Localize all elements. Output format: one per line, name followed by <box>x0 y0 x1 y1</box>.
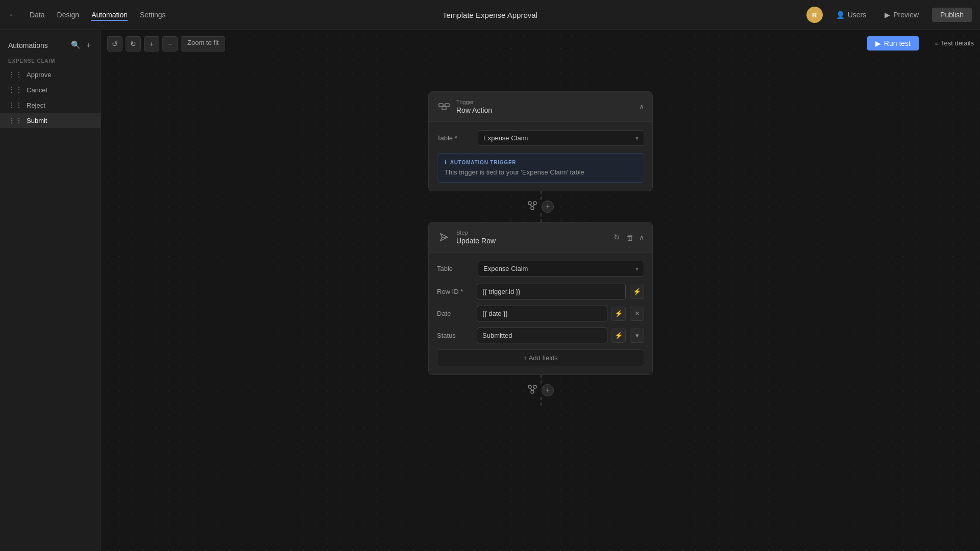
add-step-button-2[interactable]: ＋ <box>542 384 554 396</box>
branch-icon-2 <box>527 384 537 396</box>
trigger-label: Trigger <box>456 99 492 105</box>
trigger-info-text: This trigger is tied to your 'Expense Cl… <box>445 168 636 176</box>
top-nav: ← Data Design Automation Settings Templa… <box>0 0 980 30</box>
step-row-id-row: Row ID * {{ trigger.id }} ⚡ <box>437 284 644 299</box>
canvas-area: ↺ ↻ + − Zoom to fit ▶ Run test ≡ Test de… <box>101 30 980 551</box>
step-subtitle: Update Row <box>456 237 496 245</box>
canvas-content: Trigger Row Action ∧ Table * Expense Cla… <box>101 30 980 551</box>
add-fields-button[interactable]: + Add fields <box>437 349 644 366</box>
step-table-select[interactable]: Expense Claim ▾ <box>478 261 644 277</box>
users-icon: 👤 <box>836 11 845 19</box>
trigger-card-body: Table * Expense Claim ▾ ℹ AUTOMATION TRI… <box>429 122 652 191</box>
zoom-out-button[interactable]: − <box>162 36 178 52</box>
svg-line-7 <box>530 205 532 207</box>
undo-button[interactable]: ↺ <box>107 36 122 52</box>
step-status-binding-button[interactable]: ⚡ <box>611 329 626 343</box>
avatar[interactable]: R <box>806 7 823 23</box>
svg-point-9 <box>528 385 531 388</box>
step-table-label: Table <box>437 265 478 272</box>
nav-automation[interactable]: Automation <box>91 9 128 21</box>
trigger-collapse-button[interactable]: ∧ <box>639 103 644 111</box>
svg-point-4 <box>528 202 531 205</box>
step-status-row: Status Submitted ⚡ ▾ <box>437 328 644 343</box>
svg-rect-0 <box>439 104 443 107</box>
approve-icon: ⋮⋮ <box>8 70 22 79</box>
step-status-dropdown-button[interactable]: ▾ <box>630 329 644 343</box>
svg-point-11 <box>531 390 534 393</box>
sidebar-item-approve[interactable]: ⋮⋮ Approve <box>0 67 101 82</box>
step-collapse-button[interactable]: ∧ <box>639 233 644 241</box>
back-button[interactable]: ← <box>8 10 17 20</box>
test-details-icon: ≡ <box>935 39 939 47</box>
step-date-input[interactable]: {{ date }} <box>477 306 607 321</box>
zoom-fit-button[interactable]: Zoom to fit <box>181 36 225 52</box>
step-refresh-button[interactable]: ↻ <box>612 232 621 243</box>
sidebar-item-submit[interactable]: ⋮⋮ Submit <box>0 113 101 128</box>
section-label: EXPENSE CLAIM <box>0 56 101 67</box>
svg-line-8 <box>532 205 535 207</box>
step-card-header: Step Update Row ↻ 🗑 ∧ <box>429 222 652 253</box>
sidebar: Automations 🔍 ＋ EXPENSE CLAIM ⋮⋮ Approve… <box>0 30 101 551</box>
step-status-label: Status <box>437 332 473 339</box>
test-details-button[interactable]: ≡ Test details <box>928 36 980 50</box>
connector-1-icons: ＋ <box>524 201 557 213</box>
step-row-id-input[interactable]: {{ trigger.id }} <box>477 284 626 299</box>
step-table-dropdown-icon: ▾ <box>635 265 639 272</box>
redo-button[interactable]: ↻ <box>126 36 141 52</box>
sidebar-icons: 🔍 ＋ <box>71 40 92 50</box>
search-icon[interactable]: 🔍 <box>71 40 81 50</box>
step-date-row: Date {{ date }} ⚡ ✕ <box>437 306 644 321</box>
step-delete-button[interactable]: 🗑 <box>625 232 635 243</box>
step-row-id-binding-button[interactable]: ⚡ <box>630 285 644 299</box>
reject-icon: ⋮⋮ <box>8 101 22 109</box>
nav-left: ← Data Design Automation Settings <box>8 9 166 21</box>
step-date-clear-button[interactable]: ✕ <box>630 307 644 321</box>
connector-2-icons: ＋ <box>524 384 557 396</box>
add-automation-icon[interactable]: ＋ <box>85 40 92 50</box>
svg-rect-1 <box>445 104 449 107</box>
info-icon: ℹ <box>445 160 447 165</box>
nav-data[interactable]: Data <box>30 9 45 21</box>
step-card-body: Table Expense Claim ▾ Row ID * {{ trigge… <box>429 253 652 374</box>
step-status-input[interactable]: Submitted <box>477 328 607 343</box>
nav-design[interactable]: Design <box>57 9 80 21</box>
users-button[interactable]: 👤 Users <box>831 8 872 22</box>
preview-icon: ▶ <box>885 11 890 19</box>
cancel-icon: ⋮⋮ <box>8 86 22 94</box>
step-label: Step <box>456 230 496 236</box>
trigger-subtitle: Row Action <box>456 106 492 114</box>
svg-rect-3 <box>442 107 446 110</box>
nav-settings[interactable]: Settings <box>140 9 166 21</box>
add-step-button-1[interactable]: ＋ <box>542 201 554 213</box>
branch-icon-1 <box>527 201 537 213</box>
preview-button[interactable]: ▶ Preview <box>879 8 924 22</box>
step-card-labels: Step Update Row <box>456 230 496 245</box>
svg-point-10 <box>533 385 536 388</box>
canvas-toolbar: ↺ ↻ + − Zoom to fit <box>107 36 225 52</box>
sidebar-item-reject[interactable]: ⋮⋮ Reject <box>0 97 101 113</box>
svg-line-12 <box>530 388 532 390</box>
app-title: Template Expense Approval <box>443 11 537 19</box>
sidebar-header: Automations 🔍 ＋ <box>0 36 101 56</box>
trigger-info-box: ℹ AUTOMATION TRIGGER This trigger is tie… <box>437 153 644 183</box>
step-date-binding-button[interactable]: ⚡ <box>611 307 626 321</box>
step-table-row: Table Expense Claim ▾ <box>437 261 644 277</box>
svg-point-6 <box>531 207 534 210</box>
step-icon <box>437 230 451 244</box>
nav-right: R 👤 Users ▶ Preview Publish <box>806 7 972 23</box>
sidebar-item-cancel[interactable]: ⋮⋮ Cancel <box>0 82 101 97</box>
step-row-id-label: Row ID * <box>437 288 473 295</box>
zoom-in-button[interactable]: + <box>144 36 159 52</box>
step-card: Step Update Row ↻ 🗑 ∧ Table <box>428 222 653 375</box>
trigger-table-select[interactable]: Expense Claim ▾ <box>478 130 644 146</box>
submit-icon: ⋮⋮ <box>8 116 22 124</box>
play-icon: ▶ <box>875 39 881 47</box>
sidebar-title: Automations <box>8 41 48 49</box>
trigger-icon <box>437 99 451 114</box>
trigger-card-header: Trigger Row Action ∧ <box>429 92 652 122</box>
step-header-left: Step Update Row <box>437 230 496 245</box>
trigger-header-left: Trigger Row Action <box>437 99 492 114</box>
run-test-button[interactable]: ▶ Run test <box>867 36 919 51</box>
publish-button[interactable]: Publish <box>932 8 972 22</box>
trigger-table-dropdown-icon: ▾ <box>635 135 639 142</box>
